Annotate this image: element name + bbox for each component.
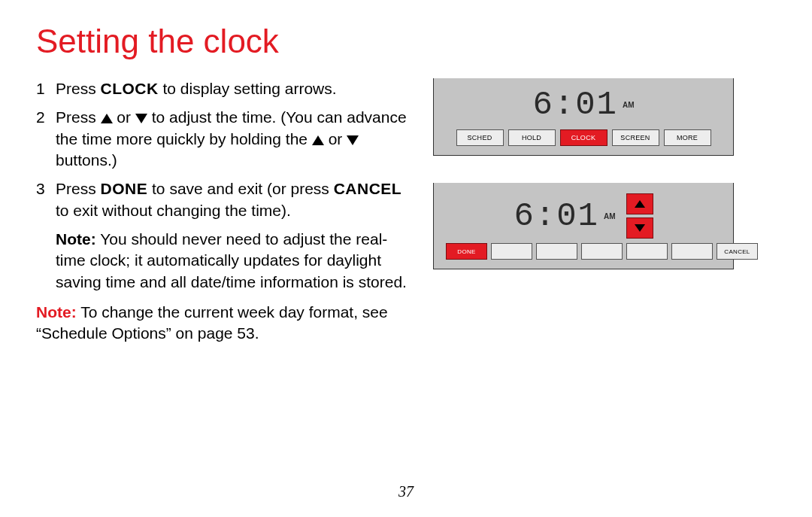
text: Press <box>56 108 101 126</box>
thermostat-display: 6:01 AM <box>446 193 721 239</box>
hold-button[interactable]: HOLD <box>508 129 556 146</box>
clock-ampm: AM <box>604 212 616 220</box>
step-3-note: Note: You should never need to adjust th… <box>56 229 412 293</box>
blank-button[interactable] <box>626 243 668 260</box>
clock-button[interactable]: CLOCK <box>560 129 607 146</box>
step-3: Press DONE to save and exit (or press CA… <box>36 178 412 293</box>
triangle-up-icon <box>635 200 645 208</box>
instructions-column: Press CLOCK to display setting arrows. P… <box>36 78 412 345</box>
text: buttons.) <box>56 151 117 169</box>
clock-time: 6:01 <box>514 197 599 235</box>
format-note: Note: To change the current week day for… <box>36 302 412 345</box>
page-title: Setting the clock <box>36 23 776 60</box>
note-body: To change the current week day format, s… <box>36 303 388 342</box>
more-button[interactable]: MORE <box>664 129 711 146</box>
text: to display setting arrows. <box>159 80 337 97</box>
blank-button[interactable] <box>491 243 532 260</box>
cancel-label: CANCEL <box>334 180 402 197</box>
thermostat-button-row: DONE CANCEL <box>446 243 721 260</box>
done-button[interactable]: DONE <box>446 243 487 260</box>
thermostat-illustration-2: 6:01 AM DONE CANCEL <box>433 183 734 269</box>
clock-time: 6:01 <box>532 86 618 123</box>
blank-button[interactable] <box>581 243 623 260</box>
triangle-up-icon <box>312 135 324 145</box>
sched-button[interactable]: SCHED <box>456 129 504 146</box>
text: to exit without changing the time). <box>56 202 291 219</box>
triangle-down-icon <box>635 224 645 232</box>
down-arrow-button[interactable] <box>626 217 653 239</box>
triangle-up-icon <box>101 114 113 123</box>
done-label: DONE <box>101 180 148 197</box>
screen-button[interactable]: SCREEN <box>612 129 659 146</box>
note-body: You should never need to adjust the real… <box>56 230 407 290</box>
clock-label: CLOCK <box>101 80 159 97</box>
text: to save and exit (or press <box>147 180 333 197</box>
text: or <box>324 130 347 147</box>
up-arrow-button[interactable] <box>626 193 653 214</box>
step-2: Press or to adjust the time. (You can ad… <box>36 107 412 171</box>
note-label: Note: <box>36 303 77 321</box>
content-columns: Press CLOCK to display setting arrows. P… <box>36 78 776 345</box>
thermostat-display: 6:01 AM <box>446 86 721 123</box>
clock-ampm: AM <box>623 101 635 109</box>
blank-button[interactable] <box>671 243 713 260</box>
thermostat-button-row: SCHED HOLD CLOCK SCREEN MORE <box>446 129 721 146</box>
step-1: Press CLOCK to display setting arrows. <box>36 78 412 99</box>
triangle-down-icon <box>347 135 359 145</box>
arrow-buttons <box>626 193 653 239</box>
text: or <box>113 108 135 126</box>
illustrations-column: 6:01 AM SCHED HOLD CLOCK SCREEN MORE 6:0… <box>433 78 749 345</box>
cancel-button[interactable]: CANCEL <box>717 243 758 260</box>
triangle-down-icon <box>135 114 147 123</box>
manual-page: Setting the clock Press CLOCK to display… <box>0 0 812 517</box>
page-number: 37 <box>0 483 812 500</box>
steps-list: Press CLOCK to display setting arrows. P… <box>36 78 412 293</box>
text: Press <box>56 80 101 97</box>
text: Press <box>56 180 101 197</box>
thermostat-illustration-1: 6:01 AM SCHED HOLD CLOCK SCREEN MORE <box>433 78 734 156</box>
note-label: Note: <box>56 230 96 248</box>
blank-button[interactable] <box>536 243 577 260</box>
